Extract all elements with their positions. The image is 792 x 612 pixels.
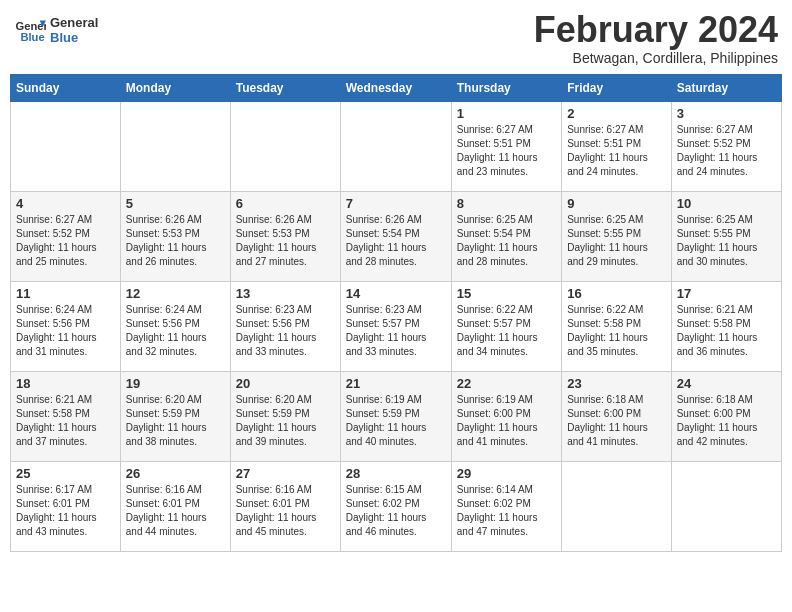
- day-number: 1: [457, 106, 556, 121]
- day-number: 24: [677, 376, 776, 391]
- day-info: Sunrise: 6:20 AM Sunset: 5:59 PM Dayligh…: [236, 393, 335, 449]
- day-info: Sunrise: 6:25 AM Sunset: 5:54 PM Dayligh…: [457, 213, 556, 269]
- day-number: 10: [677, 196, 776, 211]
- day-number: 21: [346, 376, 446, 391]
- calendar-cell: [230, 101, 340, 191]
- day-info: Sunrise: 6:26 AM Sunset: 5:53 PM Dayligh…: [126, 213, 225, 269]
- day-info: Sunrise: 6:14 AM Sunset: 6:02 PM Dayligh…: [457, 483, 556, 539]
- day-info: Sunrise: 6:20 AM Sunset: 5:59 PM Dayligh…: [126, 393, 225, 449]
- day-number: 22: [457, 376, 556, 391]
- logo-line1: General: [50, 15, 98, 30]
- calendar-cell: 22Sunrise: 6:19 AM Sunset: 6:00 PM Dayli…: [451, 371, 561, 461]
- calendar-cell: 27Sunrise: 6:16 AM Sunset: 6:01 PM Dayli…: [230, 461, 340, 551]
- day-number: 9: [567, 196, 666, 211]
- calendar-cell: 1Sunrise: 6:27 AM Sunset: 5:51 PM Daylig…: [451, 101, 561, 191]
- day-info: Sunrise: 6:25 AM Sunset: 5:55 PM Dayligh…: [567, 213, 666, 269]
- day-number: 6: [236, 196, 335, 211]
- day-info: Sunrise: 6:23 AM Sunset: 5:57 PM Dayligh…: [346, 303, 446, 359]
- calendar-cell: 24Sunrise: 6:18 AM Sunset: 6:00 PM Dayli…: [671, 371, 781, 461]
- calendar-cell: 13Sunrise: 6:23 AM Sunset: 5:56 PM Dayli…: [230, 281, 340, 371]
- calendar-week-row: 25Sunrise: 6:17 AM Sunset: 6:01 PM Dayli…: [11, 461, 782, 551]
- day-info: Sunrise: 6:27 AM Sunset: 5:51 PM Dayligh…: [567, 123, 666, 179]
- day-number: 19: [126, 376, 225, 391]
- calendar-header-row: SundayMondayTuesdayWednesdayThursdayFrid…: [11, 74, 782, 101]
- calendar-cell: [671, 461, 781, 551]
- day-info: Sunrise: 6:26 AM Sunset: 5:53 PM Dayligh…: [236, 213, 335, 269]
- day-number: 23: [567, 376, 666, 391]
- calendar-week-row: 11Sunrise: 6:24 AM Sunset: 5:56 PM Dayli…: [11, 281, 782, 371]
- calendar-cell: 19Sunrise: 6:20 AM Sunset: 5:59 PM Dayli…: [120, 371, 230, 461]
- day-number: 25: [16, 466, 115, 481]
- calendar-cell: 18Sunrise: 6:21 AM Sunset: 5:58 PM Dayli…: [11, 371, 121, 461]
- day-number: 11: [16, 286, 115, 301]
- day-info: Sunrise: 6:27 AM Sunset: 5:52 PM Dayligh…: [16, 213, 115, 269]
- day-number: 8: [457, 196, 556, 211]
- logo-icon: General Blue: [14, 14, 46, 46]
- calendar-cell: 23Sunrise: 6:18 AM Sunset: 6:00 PM Dayli…: [562, 371, 672, 461]
- calendar-cell: 26Sunrise: 6:16 AM Sunset: 6:01 PM Dayli…: [120, 461, 230, 551]
- calendar-cell: 15Sunrise: 6:22 AM Sunset: 5:57 PM Dayli…: [451, 281, 561, 371]
- header-tuesday: Tuesday: [230, 74, 340, 101]
- calendar-cell: 21Sunrise: 6:19 AM Sunset: 5:59 PM Dayli…: [340, 371, 451, 461]
- day-info: Sunrise: 6:17 AM Sunset: 6:01 PM Dayligh…: [16, 483, 115, 539]
- day-info: Sunrise: 6:19 AM Sunset: 6:00 PM Dayligh…: [457, 393, 556, 449]
- day-number: 13: [236, 286, 335, 301]
- svg-text:Blue: Blue: [20, 31, 44, 43]
- day-info: Sunrise: 6:23 AM Sunset: 5:56 PM Dayligh…: [236, 303, 335, 359]
- day-info: Sunrise: 6:24 AM Sunset: 5:56 PM Dayligh…: [16, 303, 115, 359]
- calendar-cell: 14Sunrise: 6:23 AM Sunset: 5:57 PM Dayli…: [340, 281, 451, 371]
- day-number: 14: [346, 286, 446, 301]
- day-info: Sunrise: 6:25 AM Sunset: 5:55 PM Dayligh…: [677, 213, 776, 269]
- calendar-cell: 28Sunrise: 6:15 AM Sunset: 6:02 PM Dayli…: [340, 461, 451, 551]
- calendar-cell: 9Sunrise: 6:25 AM Sunset: 5:55 PM Daylig…: [562, 191, 672, 281]
- day-info: Sunrise: 6:16 AM Sunset: 6:01 PM Dayligh…: [126, 483, 225, 539]
- calendar-cell: 5Sunrise: 6:26 AM Sunset: 5:53 PM Daylig…: [120, 191, 230, 281]
- calendar-cell: 10Sunrise: 6:25 AM Sunset: 5:55 PM Dayli…: [671, 191, 781, 281]
- day-number: 17: [677, 286, 776, 301]
- day-number: 4: [16, 196, 115, 211]
- header-thursday: Thursday: [451, 74, 561, 101]
- day-info: Sunrise: 6:22 AM Sunset: 5:57 PM Dayligh…: [457, 303, 556, 359]
- page-header: General Blue General Blue February 2024 …: [10, 10, 782, 66]
- calendar-cell: 6Sunrise: 6:26 AM Sunset: 5:53 PM Daylig…: [230, 191, 340, 281]
- calendar-cell: 16Sunrise: 6:22 AM Sunset: 5:58 PM Dayli…: [562, 281, 672, 371]
- day-number: 28: [346, 466, 446, 481]
- header-friday: Friday: [562, 74, 672, 101]
- calendar-cell: [340, 101, 451, 191]
- day-info: Sunrise: 6:21 AM Sunset: 5:58 PM Dayligh…: [16, 393, 115, 449]
- day-info: Sunrise: 6:22 AM Sunset: 5:58 PM Dayligh…: [567, 303, 666, 359]
- header-sunday: Sunday: [11, 74, 121, 101]
- calendar-week-row: 18Sunrise: 6:21 AM Sunset: 5:58 PM Dayli…: [11, 371, 782, 461]
- day-info: Sunrise: 6:26 AM Sunset: 5:54 PM Dayligh…: [346, 213, 446, 269]
- day-info: Sunrise: 6:27 AM Sunset: 5:51 PM Dayligh…: [457, 123, 556, 179]
- calendar-cell: 3Sunrise: 6:27 AM Sunset: 5:52 PM Daylig…: [671, 101, 781, 191]
- calendar-cell: [11, 101, 121, 191]
- day-number: 7: [346, 196, 446, 211]
- calendar-cell: [562, 461, 672, 551]
- calendar-cell: 20Sunrise: 6:20 AM Sunset: 5:59 PM Dayli…: [230, 371, 340, 461]
- day-number: 2: [567, 106, 666, 121]
- logo-line2: Blue: [50, 30, 98, 45]
- day-number: 26: [126, 466, 225, 481]
- day-number: 15: [457, 286, 556, 301]
- calendar-week-row: 1Sunrise: 6:27 AM Sunset: 5:51 PM Daylig…: [11, 101, 782, 191]
- day-info: Sunrise: 6:19 AM Sunset: 5:59 PM Dayligh…: [346, 393, 446, 449]
- calendar-cell: 12Sunrise: 6:24 AM Sunset: 5:56 PM Dayli…: [120, 281, 230, 371]
- header-wednesday: Wednesday: [340, 74, 451, 101]
- calendar-week-row: 4Sunrise: 6:27 AM Sunset: 5:52 PM Daylig…: [11, 191, 782, 281]
- day-number: 29: [457, 466, 556, 481]
- calendar-cell: [120, 101, 230, 191]
- calendar-cell: 7Sunrise: 6:26 AM Sunset: 5:54 PM Daylig…: [340, 191, 451, 281]
- calendar-cell: 25Sunrise: 6:17 AM Sunset: 6:01 PM Dayli…: [11, 461, 121, 551]
- day-info: Sunrise: 6:27 AM Sunset: 5:52 PM Dayligh…: [677, 123, 776, 179]
- calendar-table: SundayMondayTuesdayWednesdayThursdayFrid…: [10, 74, 782, 552]
- day-number: 20: [236, 376, 335, 391]
- logo: General Blue General Blue: [14, 14, 98, 46]
- day-info: Sunrise: 6:21 AM Sunset: 5:58 PM Dayligh…: [677, 303, 776, 359]
- calendar-cell: 29Sunrise: 6:14 AM Sunset: 6:02 PM Dayli…: [451, 461, 561, 551]
- calendar-subtitle: Betwagan, Cordillera, Philippines: [534, 50, 778, 66]
- day-info: Sunrise: 6:18 AM Sunset: 6:00 PM Dayligh…: [567, 393, 666, 449]
- header-monday: Monday: [120, 74, 230, 101]
- calendar-cell: 8Sunrise: 6:25 AM Sunset: 5:54 PM Daylig…: [451, 191, 561, 281]
- day-number: 12: [126, 286, 225, 301]
